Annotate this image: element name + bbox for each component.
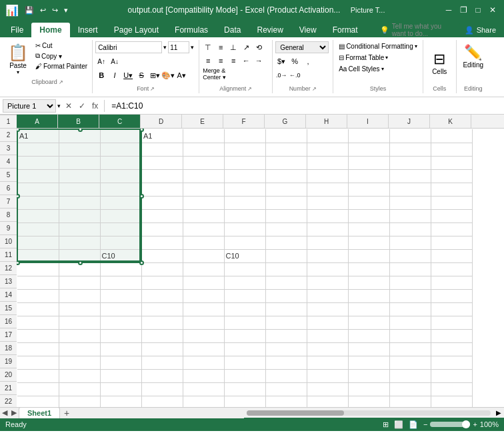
cell-F8[interactable] <box>224 223 265 236</box>
cell-E16[interactable] <box>183 329 224 342</box>
cell-J18[interactable] <box>389 356 431 369</box>
wrap-text-button[interactable]: ⟲ <box>253 41 265 53</box>
format-painter-button[interactable]: 🖌 Format Painter <box>33 62 89 71</box>
merge-center-button[interactable]: Merge & Center ▾ <box>202 68 242 80</box>
underline-button[interactable]: U▾ <box>122 69 134 81</box>
font-color-button[interactable]: A▾ <box>175 69 187 81</box>
normal-view-icon[interactable]: ⊞ <box>383 420 389 429</box>
share-button[interactable]: 👤 Share <box>459 23 501 37</box>
cell-E2[interactable] <box>183 143 224 156</box>
cell-D15[interactable] <box>141 316 183 329</box>
cell-K3[interactable] <box>431 156 472 169</box>
cell-E21[interactable] <box>183 396 224 407</box>
minimize-button[interactable]: ─ <box>443 4 455 16</box>
cell-E20[interactable] <box>183 382 224 396</box>
cell-G11[interactable] <box>265 262 307 276</box>
font-name-dropdown[interactable]: ▾ <box>163 44 167 51</box>
cell-K18[interactable] <box>431 356 472 369</box>
cell-C8[interactable] <box>100 223 141 236</box>
formula-cancel-button[interactable]: ✕ <box>63 101 74 111</box>
cell-I6[interactable] <box>348 196 389 209</box>
cell-A8[interactable] <box>17 223 59 236</box>
cell-G18[interactable] <box>265 356 307 369</box>
cell-D14[interactable] <box>141 302 183 316</box>
cell-B16[interactable] <box>59 329 100 342</box>
cell-F21[interactable] <box>224 396 265 407</box>
cell-D21[interactable] <box>141 396 183 407</box>
cell-G5[interactable] <box>265 183 307 196</box>
increase-decimal-button[interactable]: .0→ <box>275 69 287 81</box>
cell-J5[interactable] <box>389 183 431 196</box>
alignment-expand-icon[interactable]: ↗ <box>247 86 252 92</box>
col-header-F[interactable]: F <box>223 115 265 128</box>
cell-F6[interactable] <box>224 196 265 209</box>
cell-G16[interactable] <box>265 329 307 342</box>
cell-E1[interactable] <box>183 129 224 143</box>
cell-B11[interactable] <box>59 262 100 276</box>
cell-K5[interactable] <box>431 183 472 196</box>
cell-I17[interactable] <box>348 342 389 356</box>
paste-button[interactable]: 📋 Paste ▾ <box>5 41 31 77</box>
cell-G8[interactable] <box>265 223 307 236</box>
cell-B12[interactable] <box>59 276 100 289</box>
tab-file[interactable]: File <box>3 23 31 37</box>
cell-J8[interactable] <box>389 223 431 236</box>
cell-B7[interactable] <box>59 209 100 223</box>
cell-H20[interactable] <box>307 382 348 396</box>
cell-D7[interactable] <box>141 209 183 223</box>
cell-K8[interactable] <box>431 223 472 236</box>
cell-G13[interactable] <box>265 289 307 302</box>
align-center-button[interactable]: ≡ <box>215 55 227 67</box>
cell-C15[interactable] <box>100 316 141 329</box>
cell-G6[interactable] <box>265 196 307 209</box>
increase-font-button[interactable]: A↑ <box>95 55 107 67</box>
cell-H21[interactable] <box>307 396 348 407</box>
col-header-A[interactable]: A <box>17 115 58 128</box>
currency-button[interactable]: $▾ <box>275 55 287 67</box>
page-break-icon[interactable]: ⬜ <box>394 420 403 429</box>
col-header-I[interactable]: I <box>347 115 389 128</box>
cell-A7[interactable] <box>17 209 59 223</box>
cell-B14[interactable] <box>59 302 100 316</box>
copy-button[interactable]: ⧉ Copy ▾ <box>33 51 89 61</box>
h-scrollbar[interactable] <box>244 410 493 416</box>
bold-button[interactable]: B <box>95 69 107 81</box>
col-header-C[interactable]: C <box>99 115 141 128</box>
cell-I12[interactable] <box>348 276 389 289</box>
cell-D16[interactable] <box>141 329 183 342</box>
cell-K20[interactable] <box>431 382 472 396</box>
cell-F3[interactable] <box>224 156 265 169</box>
cell-J4[interactable] <box>389 169 431 183</box>
cell-D10[interactable] <box>141 249 183 262</box>
cell-A6[interactable] <box>17 196 59 209</box>
name-box-dropdown[interactable]: ▾ <box>57 103 61 109</box>
h-scroll-right[interactable]: ▶ <box>493 409 504 416</box>
cell-J1[interactable] <box>389 129 431 143</box>
number-expand-icon[interactable]: ↗ <box>312 86 317 92</box>
cell-E5[interactable] <box>183 183 224 196</box>
cell-D20[interactable] <box>141 382 183 396</box>
cell-I18[interactable] <box>348 356 389 369</box>
cell-C7[interactable] <box>100 209 141 223</box>
close-button[interactable]: ✕ <box>487 4 499 16</box>
cell-A2[interactable] <box>17 143 59 156</box>
align-left-button[interactable]: ≡ <box>202 55 214 67</box>
cell-A11[interactable] <box>17 262 59 276</box>
cell-C10[interactable]: C10 <box>100 249 141 262</box>
cell-A17[interactable] <box>17 342 59 356</box>
cell-C5[interactable] <box>100 183 141 196</box>
cell-H6[interactable] <box>307 196 348 209</box>
cell-A5[interactable] <box>17 183 59 196</box>
cell-E13[interactable] <box>183 289 224 302</box>
tab-data[interactable]: Data <box>216 23 249 37</box>
cell-K10[interactable] <box>431 249 472 262</box>
borders-button[interactable]: ⊞▾ <box>149 69 161 81</box>
cell-J15[interactable] <box>389 316 431 329</box>
cell-C9[interactable] <box>100 236 141 249</box>
col-header-B[interactable]: B <box>58 115 99 128</box>
tab-insert[interactable]: Insert <box>70 23 106 37</box>
cells-button[interactable]: ⊟ Cells <box>428 41 451 84</box>
page-layout-icon[interactable]: 📄 <box>409 420 418 429</box>
cell-K19[interactable] <box>431 369 472 382</box>
cell-K11[interactable] <box>431 262 472 276</box>
